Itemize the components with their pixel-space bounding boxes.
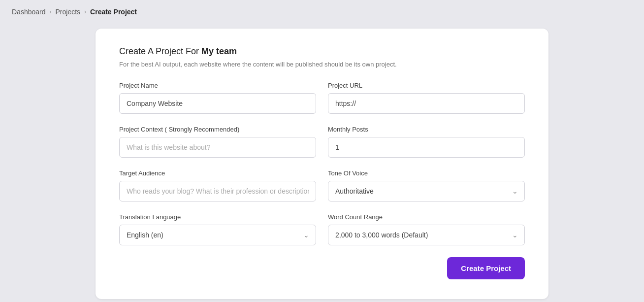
breadcrumb-dashboard[interactable]: Dashboard bbox=[12, 8, 46, 16]
tone-of-voice-select[interactable]: Authoritative Casual Professional Friend… bbox=[328, 181, 525, 201]
word-count-range-label: Word Count Range bbox=[328, 213, 525, 221]
project-url-input[interactable] bbox=[328, 93, 525, 114]
word-count-range-select[interactable]: 2,000 to 3,000 words (Default) 1,000 to … bbox=[328, 225, 525, 245]
project-name-label: Project Name bbox=[119, 82, 316, 89]
translation-language-select[interactable]: English (en) Spanish (es) French (fr) Ge… bbox=[119, 225, 316, 245]
form-group-translation-language: Translation Language English (en) Spanis… bbox=[119, 213, 316, 245]
word-count-range-wrapper: 2,000 to 3,000 words (Default) 1,000 to … bbox=[328, 225, 525, 245]
form-group-target-audience: Target Audience bbox=[119, 169, 316, 201]
create-project-card: Create A Project For My team For the bes… bbox=[96, 29, 548, 299]
breadcrumb-projects[interactable]: Projects bbox=[56, 8, 81, 16]
breadcrumb-separator-1: › bbox=[50, 8, 52, 15]
form-group-monthly-posts: Monthly Posts bbox=[328, 126, 525, 158]
form-group-project-name: Project Name bbox=[119, 82, 316, 114]
form-group-project-url: Project URL bbox=[328, 82, 525, 114]
project-url-label: Project URL bbox=[328, 82, 525, 89]
target-audience-label: Target Audience bbox=[119, 169, 316, 177]
translation-language-label: Translation Language bbox=[119, 213, 316, 221]
form-row-1: Project Name Project URL bbox=[119, 82, 525, 114]
form-group-tone-of-voice: Tone Of Voice Authoritative Casual Profe… bbox=[328, 169, 525, 201]
main-content: Create A Project For My team For the bes… bbox=[0, 24, 644, 302]
card-title: Create A Project For My team bbox=[119, 46, 525, 57]
create-project-button[interactable]: Create Project bbox=[447, 257, 525, 279]
card-title-prefix: Create A Project For bbox=[119, 46, 201, 56]
monthly-posts-input[interactable] bbox=[328, 137, 525, 158]
project-context-label: Project Context ( Strongly Recommended) bbox=[119, 126, 316, 133]
form-row-2: Project Context ( Strongly Recommended) … bbox=[119, 126, 525, 158]
target-audience-input[interactable] bbox=[119, 181, 316, 201]
form-row-3: Target Audience Tone Of Voice Authoritat… bbox=[119, 169, 525, 201]
card-subtitle: For the best AI output, each website whe… bbox=[119, 61, 525, 68]
form-group-word-count-range: Word Count Range 2,000 to 3,000 words (D… bbox=[328, 213, 525, 245]
project-context-input[interactable] bbox=[119, 137, 316, 158]
project-name-input[interactable] bbox=[119, 93, 316, 114]
tone-of-voice-wrapper: Authoritative Casual Professional Friend… bbox=[328, 181, 525, 201]
breadcrumb-separator-2: › bbox=[84, 8, 86, 15]
tone-of-voice-label: Tone Of Voice bbox=[328, 169, 525, 177]
form-row-4: Translation Language English (en) Spanis… bbox=[119, 213, 525, 245]
breadcrumb-current: Create Project bbox=[90, 8, 137, 16]
monthly-posts-label: Monthly Posts bbox=[328, 126, 525, 133]
form-group-project-context: Project Context ( Strongly Recommended) bbox=[119, 126, 316, 158]
card-title-team: My team bbox=[201, 46, 237, 56]
form-actions: Create Project bbox=[119, 257, 525, 279]
breadcrumb: Dashboard › Projects › Create Project bbox=[0, 0, 644, 24]
translation-language-wrapper: English (en) Spanish (es) French (fr) Ge… bbox=[119, 225, 316, 245]
